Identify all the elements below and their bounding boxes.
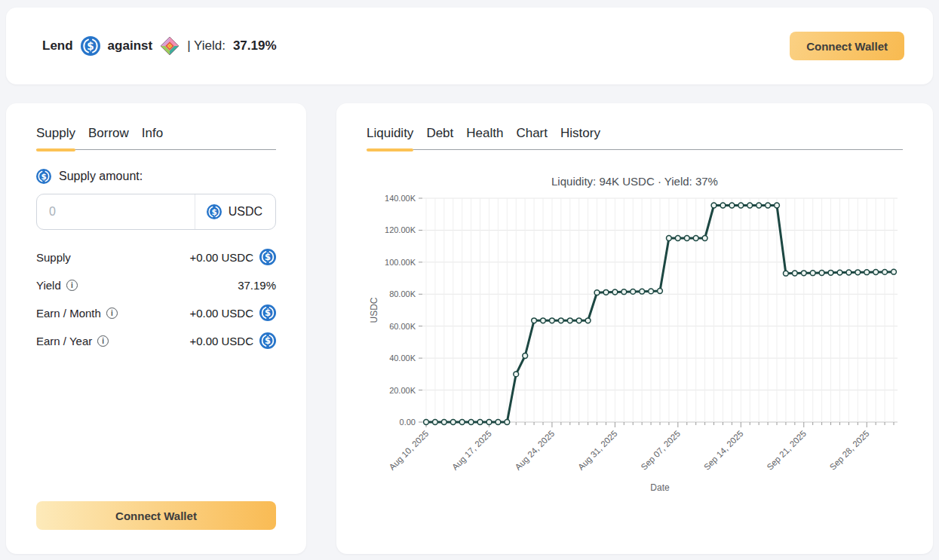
usdc-icon: $ <box>259 304 276 321</box>
svg-text:$: $ <box>265 335 271 346</box>
market-tab-liquidity[interactable]: Liquidity <box>367 126 413 149</box>
stat-row: Earn / Yeari+0.00 USDC $ <box>36 332 276 349</box>
usdc-icon: $ <box>207 204 222 219</box>
stat-label: Earn / Monthi <box>36 307 118 320</box>
info-icon[interactable]: i <box>106 308 118 319</box>
stat-row: Supply+0.00 USDC $ <box>36 249 276 265</box>
usdc-icon: $ <box>259 249 276 265</box>
svg-text:Aug 31, 2025: Aug 31, 2025 <box>576 429 619 472</box>
chart-title: Liquidity: 94K USDC · Yield: 37% <box>367 175 903 188</box>
svg-text:$: $ <box>41 172 46 181</box>
supply-amount-input-group: $ USDC <box>36 194 276 230</box>
stats-list: Supply+0.00 USDC $Yieldi37.19%Earn / Mon… <box>36 249 276 349</box>
svg-text:60.00K: 60.00K <box>389 322 416 331</box>
stat-row: Yieldi37.19% <box>36 277 276 293</box>
svg-text:$: $ <box>265 308 271 318</box>
svg-text:Aug 10, 2025: Aug 10, 2025 <box>388 429 431 472</box>
svg-text:0.00: 0.00 <box>400 418 416 427</box>
stat-value: +0.00 USDC $ <box>189 304 276 321</box>
supply-tabs: SupplyBorrowInfo <box>36 126 276 150</box>
stat-label: Yieldi <box>36 279 78 292</box>
market-tab-debt[interactable]: Debt <box>426 126 453 149</box>
svg-text:140.00K: 140.00K <box>385 194 416 203</box>
connect-wallet-button[interactable]: Connect Wallet <box>790 32 904 60</box>
stat-label: Supply <box>36 251 71 264</box>
usdc-icon: $ <box>81 36 100 56</box>
svg-text:100.00K: 100.00K <box>385 258 416 267</box>
info-icon[interactable]: i <box>66 280 78 291</box>
market-tab-health[interactable]: Health <box>466 126 503 149</box>
svg-text:Sep 14, 2025: Sep 14, 2025 <box>702 429 745 472</box>
supply-tab-info[interactable]: Info <box>142 126 163 149</box>
svg-text:$: $ <box>211 207 216 216</box>
svg-text:$: $ <box>265 252 271 262</box>
usdc-icon: $ <box>36 169 51 184</box>
svg-text:20.00K: 20.00K <box>389 386 416 395</box>
page-title: Lend $ against | Yield: 37.19% <box>42 36 277 56</box>
svg-text:40.00K: 40.00K <box>389 353 416 363</box>
lend-label: Lend <box>42 38 73 54</box>
usdc-icon: $ <box>259 332 276 349</box>
svg-text:Sep 07, 2025: Sep 07, 2025 <box>639 429 682 472</box>
stat-value: +0.00 USDC $ <box>189 332 276 349</box>
yield-value: 37.19% <box>233 38 277 54</box>
against-label: against <box>108 38 153 54</box>
svg-text:$: $ <box>87 40 94 52</box>
stat-row: Earn / Monthi+0.00 USDC $ <box>36 304 276 321</box>
yield-label: | Yield: <box>187 38 226 54</box>
info-icon[interactable]: i <box>97 335 109 347</box>
svg-text:Sep 28, 2025: Sep 28, 2025 <box>828 429 871 472</box>
market-tabs: LiquidityDebtHealthChartHistory <box>367 126 903 150</box>
supply-tab-supply[interactable]: Supply <box>36 126 75 149</box>
supply-amount-row: $ Supply amount: <box>36 169 276 184</box>
market-panel: LiquidityDebtHealthChartHistory Liquidit… <box>336 103 933 554</box>
stat-value: 37.19% <box>238 279 276 292</box>
gem-icon <box>160 36 180 56</box>
svg-text:USDC: USDC <box>369 297 379 323</box>
supply-panel: SupplyBorrowInfo $ Supply amount: $ USDC… <box>6 103 306 554</box>
svg-text:Date: Date <box>650 482 670 493</box>
svg-text:80.00K: 80.00K <box>389 289 416 298</box>
stat-label: Earn / Yeari <box>36 335 109 347</box>
connect-wallet-button[interactable]: Connect Wallet <box>36 501 276 530</box>
market-tab-chart[interactable]: Chart <box>516 126 548 149</box>
liquidity-chart[interactable]: 0.0020.00K40.00K60.00K80.00K100.00K120.0… <box>367 191 903 496</box>
currency-chip: $ USDC <box>195 194 275 229</box>
stat-value: +0.00 USDC $ <box>189 249 276 265</box>
header-row: Lend $ against | Yield: 37.19% <box>6 8 933 84</box>
svg-text:Sep 21, 2025: Sep 21, 2025 <box>765 429 808 472</box>
currency-label: USDC <box>229 205 262 219</box>
svg-text:Aug 24, 2025: Aug 24, 2025 <box>513 429 556 472</box>
svg-text:120.00K: 120.00K <box>385 225 416 234</box>
market-tab-history[interactable]: History <box>560 126 600 149</box>
header-card: Lend $ against | Yield: 37.19% <box>6 8 933 84</box>
svg-text:Aug 17, 2025: Aug 17, 2025 <box>450 429 493 472</box>
supply-amount-input[interactable] <box>37 194 195 229</box>
supply-amount-label: Supply amount: <box>59 170 143 183</box>
supply-tab-borrow[interactable]: Borrow <box>88 126 129 149</box>
